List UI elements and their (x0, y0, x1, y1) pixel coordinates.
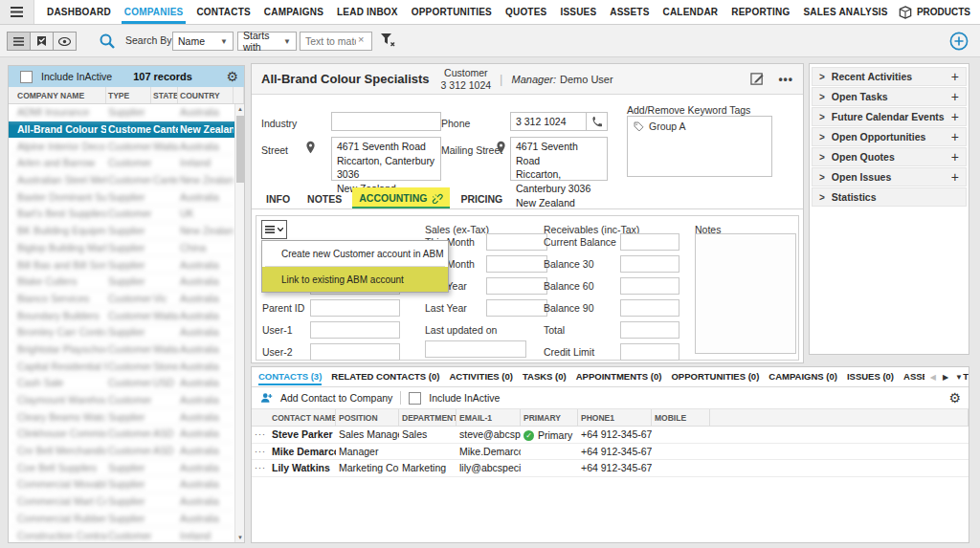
col-type[interactable]: TYPE (106, 87, 151, 103)
sales-this-year-input[interactable] (486, 277, 547, 295)
recv-balance-90-input[interactable] (620, 299, 679, 317)
nav-item-issues[interactable]: ISSUES (553, 0, 603, 24)
contacts-settings-gear-icon[interactable]: ⚙ (948, 390, 961, 406)
abm-menu-button[interactable] (261, 220, 287, 239)
street-textarea[interactable]: 4671 Seventh Road Riccarton, Canterbury … (331, 137, 441, 181)
related-tab-campaigns-0[interactable]: CAMPAIGNS (0) (768, 368, 837, 385)
sales-last-month-input[interactable] (486, 255, 547, 273)
add-icon[interactable]: + (951, 109, 959, 124)
add-icon[interactable]: + (951, 129, 959, 144)
mailing-map-pin-icon[interactable] (496, 141, 506, 154)
contact-row[interactable]: ···Mike DemarcoManagerMike.Demarco@a+64 … (252, 444, 969, 461)
company-row-selected[interactable]: All-Brand Colour SpecialCustomerCanterNe… (9, 121, 234, 139)
col-company-name[interactable]: COMPANY NAME (15, 87, 106, 103)
company-row-redacted[interactable]: Boundary BuildersCustomerWaitaAustralia (9, 307, 234, 324)
company-row-redacted[interactable]: Commercial Mart CentreSupplierAustralia (9, 493, 234, 511)
col-contact-name[interactable]: CONTACT NAME ↑ (269, 409, 336, 426)
nav-item-opportunities[interactable]: OPPORTUNITIES (405, 0, 499, 24)
more-actions-button[interactable]: ••• (778, 73, 793, 86)
row-menu-icon[interactable]: ··· (252, 447, 269, 456)
filter-clear-icon[interactable] (381, 33, 395, 47)
related-tab-related-contacts-0[interactable]: RELATED CONTACTS (0) (331, 368, 439, 385)
tag-chip[interactable]: Group A (628, 117, 771, 136)
related-tab-transactions-0[interactable]: TRANSACTIONS (0) (963, 368, 969, 385)
recv-credit-limit-input[interactable] (620, 343, 679, 361)
app-menu-button[interactable] (0, 0, 34, 24)
scroll-down-icon[interactable]: ▼ (235, 535, 245, 540)
company-row-redacted[interactable]: Cash SaleCustomerUSDAustralia (9, 375, 234, 392)
company-row-redacted[interactable]: Commercial Rubber HosSupplierAustralia (9, 511, 234, 528)
company-row-redacted[interactable]: Commercial Movables CSupplierAustralia (9, 476, 234, 493)
company-row-redacted[interactable]: Bill Bas and Bill SonsSupplierAustralia (9, 256, 234, 274)
company-row-redacted[interactable]: Coe Bell SuppliesSupplierAustralia (9, 459, 234, 476)
clear-search-icon[interactable]: × (358, 33, 364, 45)
field-parent-id-input[interactable] (310, 299, 400, 317)
related-tab-issues-0[interactable]: ISSUES (0) (847, 368, 894, 385)
related-tab-tasks-0[interactable]: TASKS (0) (523, 368, 567, 385)
company-row-redacted[interactable]: Arlen and BarrowCustomerIreland (9, 155, 234, 172)
sales-last-year-input[interactable] (486, 299, 547, 317)
related-tab-appointments-0[interactable]: APPOINTMENTS (0) (576, 368, 662, 385)
sidebar-item-recent-activities[interactable]: >Recent Activities+ (812, 67, 967, 86)
related-tab-opportunities-0[interactable]: OPPORTUNITIES (0) (671, 368, 759, 385)
sidebar-item-open-tasks[interactable]: >Open Tasks+ (812, 87, 967, 106)
tabs-scroll-right-icon[interactable]: ▶ (943, 373, 948, 382)
nav-item-companies[interactable]: COMPANIES (118, 0, 190, 24)
company-row-redacted[interactable]: ADMI InsuranceSupplierAustralia (9, 104, 234, 121)
contacts-include-inactive-checkbox[interactable] (409, 392, 421, 405)
list-view-button[interactable] (7, 32, 31, 51)
search-operator-select[interactable]: Starts with▼ (237, 32, 297, 51)
phone-input[interactable]: 3 312 1024 (510, 112, 608, 131)
add-contact-button[interactable]: Add Contact to Company (280, 392, 392, 404)
menu-item-create-abm-account[interactable]: Create new Customer account in ABM (262, 241, 448, 266)
nav-item-calendar[interactable]: CALENDAR (657, 0, 725, 24)
col-phone1[interactable]: PHONE1 (578, 409, 652, 426)
company-row-redacted[interactable]: BK Building EquipmentSupplierNew Zealand (9, 223, 234, 240)
col-position[interactable]: POSITION (336, 409, 399, 426)
nav-item-dashboard[interactable]: DASHBOARD (40, 0, 118, 24)
company-row-redacted[interactable]: Clinkhouse CommissaryCustomerASDAustrali… (9, 426, 234, 443)
company-row-redacted[interactable]: Claymount Warehouse CCustomerAustralia (9, 392, 234, 409)
accounting-notes-textarea[interactable] (695, 233, 796, 354)
related-tab-contacts-3[interactable]: CONTACTS (3) (258, 368, 322, 385)
company-row-redacted[interactable]: Capital Residential PropCustomerStoneAus… (9, 358, 234, 375)
search-field-select[interactable]: Name▼ (172, 32, 234, 51)
recv-balance-60-input[interactable] (620, 277, 679, 295)
recv-total-input[interactable] (620, 321, 679, 339)
dial-phone-button[interactable] (586, 113, 607, 130)
sidebar-item-open-issues[interactable]: >Open Issues+ (812, 167, 967, 186)
nav-item-assets[interactable]: ASSETS (603, 0, 656, 24)
contact-row[interactable]: ···Steve ParkerSales ManagerSalessteve@a… (252, 427, 969, 444)
add-record-button[interactable] (949, 32, 969, 51)
products-button[interactable]: PRODUCTS (899, 0, 980, 24)
scroll-up-icon[interactable]: ▲ (235, 106, 245, 112)
preview-button[interactable] (53, 32, 77, 51)
field-user-1-input[interactable] (310, 321, 400, 339)
sidebar-item-future-calendar-events[interactable]: >Future Calendar Events+ (812, 107, 967, 126)
add-icon[interactable]: + (951, 69, 959, 84)
street-map-pin-icon[interactable] (305, 141, 316, 154)
company-row-redacted[interactable]: Brightstar PlayschoolsCustomerWaitaAustr… (9, 341, 234, 359)
recv-balance-30-input[interactable] (620, 255, 679, 273)
company-row-redacted[interactable]: Australian Steel MetalwCustomerCanterNew… (9, 172, 234, 189)
nav-item-campaigns[interactable]: CAMPAIGNS (257, 0, 330, 24)
nav-item-quotes[interactable]: QUOTES (499, 0, 553, 24)
company-row-redacted[interactable]: Construction ContractorCustomerIreland (9, 527, 234, 542)
bookmark-view-button[interactable] (30, 32, 54, 51)
edit-company-icon[interactable] (750, 72, 765, 86)
col-state[interactable]: STATE (151, 87, 178, 103)
list-settings-gear-icon[interactable]: ⚙ (226, 69, 238, 84)
col-country[interactable]: COUNTRY (178, 87, 234, 103)
recv-current-balance-input[interactable] (620, 233, 679, 251)
company-row-redacted[interactable]: Bromley Carr ContractorSupplierAustralia (9, 324, 234, 341)
scroll-thumb[interactable] (236, 116, 244, 183)
sidebar-item-statistics[interactable]: >Statistics (812, 187, 967, 207)
related-tab-activities-0[interactable]: ACTIVITIES (0) (449, 368, 513, 385)
col-mobile[interactable]: MOBILE (652, 409, 710, 426)
sales-last-updated-input[interactable] (425, 340, 526, 358)
list-scrollbar[interactable]: ▲ ▼ (234, 104, 244, 542)
tab-info[interactable]: INFO (259, 188, 297, 208)
tabs-overflow-icon[interactable]: ▼ (955, 373, 963, 382)
field-user-2-input[interactable] (310, 343, 400, 361)
company-row-redacted[interactable]: Cleary Beams WatchingSupplierAustralia (9, 408, 234, 426)
